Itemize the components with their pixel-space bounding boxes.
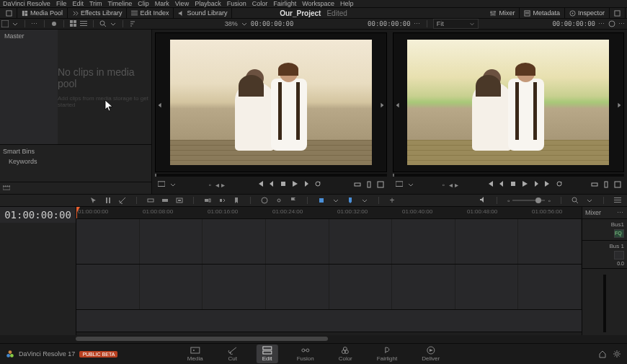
chevron-down-icon[interactable] [586,197,593,204]
first-frame-button[interactable] [257,180,264,189]
viewer-mode-icon[interactable] [158,181,165,188]
match-frame-icon[interactable]: ◦ [208,181,211,189]
loop-button[interactable] [314,180,321,189]
timeline-zoom[interactable]: ◦ ◦ [507,197,551,205]
link-icon[interactable] [275,197,283,204]
flag-icon[interactable] [290,197,297,204]
prev-frame-button[interactable] [268,180,275,189]
chevron-down-icon[interactable] [407,181,414,188]
trim-tool-icon[interactable] [104,197,112,204]
blade-tool-icon[interactable] [119,197,126,204]
loop-button[interactable] [556,180,563,189]
play-button[interactable] [521,180,528,189]
thumbnail-view-icon[interactable] [70,20,77,27]
first-frame-button[interactable] [486,180,494,189]
menu-item[interactable]: DaVinci Resolve [3,0,50,7]
overwrite-icon[interactable] [591,181,598,188]
menu-item[interactable]: Mark [155,0,169,7]
next-frame-button[interactable] [533,180,540,189]
menu-item[interactable]: File [56,0,67,7]
bin-view-icon[interactable] [1,20,9,27]
view-options[interactable]: ⋯ [31,20,38,27]
edit-page[interactable]: Edit [257,345,278,363]
in-out-icon[interactable]: ◂ ▸ [449,181,458,189]
prev-frame-button[interactable] [498,180,505,189]
add-track-icon[interactable]: + [389,195,394,205]
menu-item[interactable]: Timeline [108,0,133,7]
inspector-toggle[interactable]: Inspector [565,8,610,18]
record-icon[interactable] [50,20,58,27]
last-frame-button[interactable] [544,180,551,189]
append-icon[interactable] [204,197,211,204]
color-page[interactable]: Color [333,345,358,363]
metadata-toggle[interactable]: Metadata [520,8,565,18]
menu-item[interactable]: Clip [138,0,149,7]
overwrite-clip-icon[interactable] [161,197,169,204]
menu-item[interactable]: Playback [195,0,221,7]
list-view-icon[interactable] [80,20,87,27]
fusion-page[interactable]: Fusion [291,345,320,363]
media-pool-toggle[interactable]: Media Pool [17,8,68,18]
chevron-down-icon[interactable] [241,20,248,27]
ripple-icon[interactable] [218,197,226,204]
source-scrub-bar[interactable] [155,174,387,177]
keywords-bin[interactable]: Keywords [3,158,148,165]
video-track[interactable] [76,219,582,265]
insert-icon[interactable] [365,181,373,188]
sound-library-toggle[interactable]: Sound Library [174,8,232,18]
bin-tree[interactable]: Master [0,30,58,144]
menu-item[interactable]: Workspace [302,0,334,7]
snap-icon[interactable] [318,197,325,204]
more-options[interactable]: ⋯ [618,20,626,27]
dynamic-trim-icon[interactable] [261,197,268,204]
fullscreen-toggle[interactable] [1,8,17,18]
search-icon[interactable] [99,20,107,27]
mark-icon[interactable] [233,197,240,204]
fairlight-page[interactable]: Fairlight [371,345,403,363]
menu-item[interactable]: Color [252,0,268,7]
viewer-options[interactable]: ⋯ [598,20,605,27]
match-frame-icon[interactable]: ◦ [443,181,445,189]
fit-dropdown[interactable]: Fit [433,19,479,29]
viewer-mode-icon[interactable] [396,181,403,188]
timeline-scrub-bar[interactable] [393,174,625,177]
timeline-timecode[interactable]: 01:00:00:00 [0,207,76,223]
settings-icon[interactable] [613,350,621,358]
menu-item[interactable]: Fusion [227,0,246,7]
menu-item[interactable]: Help [340,0,354,7]
bus-2[interactable]: Bus 1 0.0 [582,241,627,269]
playhead[interactable] [76,207,77,218]
menu-item[interactable]: Fairlight [273,0,296,7]
home-icon[interactable] [598,350,607,358]
replace-icon[interactable] [377,181,384,188]
source-canvas[interactable] [155,32,387,172]
marker-icon[interactable] [347,197,354,204]
cut-page[interactable]: Cut [222,345,244,363]
insert-icon[interactable] [602,181,610,188]
video-track[interactable] [76,265,582,310]
smart-bins-header[interactable]: Smart Bins [3,148,148,155]
timeline-ruler[interactable]: 01:00:00:00 01:00:08:00 01:00:16:00 01:0… [76,207,582,219]
stop-button[interactable] [510,180,517,189]
timeline-options-icon[interactable] [614,197,621,204]
in-out-icon[interactable]: ◂ ▸ [215,181,225,189]
chevron-down-icon[interactable] [361,197,368,204]
viewer-options[interactable]: ⋯ [414,20,421,27]
overwrite-icon[interactable] [354,181,361,188]
menu-item[interactable]: View [175,0,189,7]
zoom-menu-icon[interactable] [572,197,579,204]
expand-right[interactable] [610,8,626,18]
master-bin[interactable]: Master [4,32,53,40]
mixer-toggle[interactable]: Mixer [486,8,520,18]
effects-library-toggle[interactable]: Effects Library [68,8,127,18]
stop-button[interactable] [280,180,287,189]
insert-clip-icon[interactable] [147,197,154,204]
bus-1[interactable]: Bus1 FQ [582,219,627,241]
audio-track[interactable] [76,310,582,332]
media-page[interactable]: Media [182,345,209,363]
next-still-icon[interactable] [379,102,385,108]
timeline-hscroll[interactable] [0,335,627,342]
prev-still-icon[interactable] [157,102,163,108]
edit-index-toggle[interactable]: Edit Index [127,8,174,18]
timeline-canvas[interactable] [393,32,625,172]
